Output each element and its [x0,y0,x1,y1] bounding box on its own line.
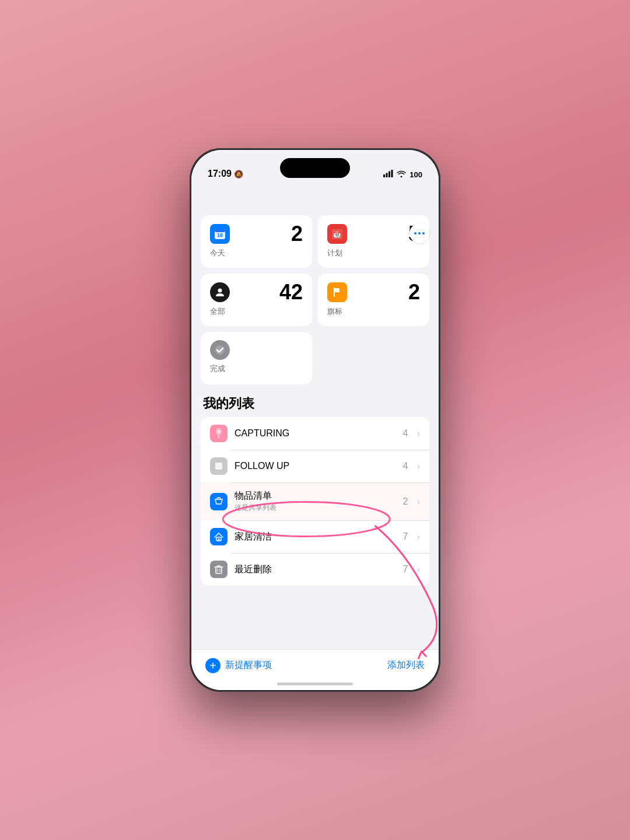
list-item-deleted[interactable]: 最近删除 7 › [201,553,429,586]
shopping-chevron: › [417,497,420,506]
screen-content: 18 2 今天 📆 5 计划 [191,184,439,690]
followup-text: FOLLOW UP [235,461,396,471]
all-card[interactable]: 42 全部 [201,274,312,326]
shopping-count: 2 [402,496,408,507]
followup-icon [210,457,228,475]
list-item-capturing[interactable]: CAPTURING 4 › [201,417,429,450]
cleaning-name: 家居清洁 [235,531,396,543]
capturing-name: CAPTURING [235,428,396,439]
deleted-chevron: › [417,565,420,574]
watermark: NiceShots App [197,395,204,444]
all-icon [210,282,230,302]
flagged-label: 旗标 [327,306,420,317]
today-label: 今天 [210,248,303,258]
list-container: CAPTURING 4 › FOLLOW UP 4 › [201,417,429,586]
shopping-icon [210,493,228,510]
followup-name: FOLLOW UP [235,461,396,471]
bell-icon: 🔕 [234,170,243,178]
list-item-shopping[interactable]: 物品清单 这是共享列表 2 › [201,482,429,520]
svg-rect-15 [215,463,222,470]
svg-rect-7 [215,229,225,232]
all-label: 全部 [210,306,303,317]
followup-count: 4 [402,461,408,471]
dynamic-island [280,158,350,178]
deleted-text: 最近删除 [235,564,396,576]
status-icons: 100 [383,170,422,179]
scheduled-icon: 📆 [327,224,347,244]
flagged-card[interactable]: 2 旗标 [318,274,429,326]
my-lists-title: 我的列表 [203,395,427,412]
add-list-button[interactable]: 添加列表 [387,659,425,671]
flagged-icon [327,282,347,302]
shopping-name: 物品清单 [235,490,396,502]
new-reminder-label: 新提醒事项 [225,659,272,671]
wifi-icon [397,170,406,179]
home-indicator [277,682,353,685]
svg-rect-17 [218,538,220,541]
today-icon: 18 [210,224,230,244]
deleted-name: 最近删除 [235,564,396,576]
plus-icon: + [205,658,220,673]
svg-rect-2 [388,172,390,178]
cleaning-text: 家居清洁 [235,531,396,543]
cleaning-count: 7 [402,531,408,542]
completed-card[interactable]: 完成 [201,332,312,384]
stats-grid: 18 2 今天 📆 5 计划 [201,215,429,326]
status-time: 17:09 🔕 [208,169,243,179]
deleted-count: 7 [402,564,408,575]
signal-icon [383,170,393,179]
scheduled-label: 计划 [327,248,420,258]
battery-icon: 100 [410,170,422,179]
svg-rect-18 [216,567,222,573]
list-item-cleaning[interactable]: 家居清洁 7 › [201,520,429,553]
new-reminder-button[interactable]: + 新提醒事项 [205,658,272,673]
capturing-count: 4 [402,428,408,439]
all-count: 42 [279,282,303,303]
svg-text:📆: 📆 [333,230,341,238]
svg-point-14 [218,430,220,433]
cleaning-icon [210,528,228,545]
shopping-subtitle: 这是共享列表 [235,503,396,513]
svg-point-10 [218,289,222,293]
svg-text:18: 18 [217,232,223,238]
deleted-icon [210,561,228,578]
today-card[interactable]: 18 2 今天 [201,215,312,268]
list-item-followup[interactable]: FOLLOW UP 4 › [201,450,429,482]
today-count: 2 [291,223,303,244]
svg-rect-1 [386,173,388,178]
completed-icon [210,340,230,360]
cleaning-chevron: › [417,532,420,541]
scheduled-card[interactable]: 📆 5 计划 [318,215,429,268]
capturing-text: CAPTURING [235,428,396,439]
flagged-count: 2 [408,282,420,303]
svg-rect-3 [391,170,393,177]
capturing-chevron: › [417,429,420,438]
svg-rect-0 [383,174,385,177]
more-button[interactable] [410,223,429,243]
capturing-icon [210,425,228,442]
followup-chevron: › [417,461,420,471]
shopping-text: 物品清单 这是共享列表 [235,490,396,513]
completed-label: 完成 [210,363,303,374]
